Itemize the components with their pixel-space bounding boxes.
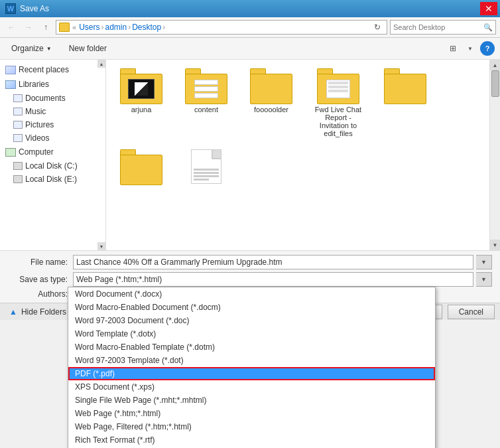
save-type-input-wrap: ▼ [73, 272, 492, 287]
dropdown-item-docx[interactable]: Word Document (*.docx) [68, 287, 435, 301]
organize-chevron-icon: ▼ [46, 46, 52, 52]
save-type-row: Save as type: ▼ Word Document (*.docx) W… [8, 272, 492, 287]
dropdown-item-htm[interactable]: Web Page (*.htm;*.html) [68, 407, 435, 420]
new-folder-button[interactable]: New folder [63, 40, 113, 56]
organize-button[interactable]: Organize ▼ [5, 40, 58, 56]
doc-file-icon [191, 149, 221, 184]
computer-icon [5, 148, 16, 157]
sidebar-scroll-up[interactable]: ▲ [97, 60, 105, 68]
scroll-down-button[interactable]: ▼ [490, 240, 501, 250]
sidebar-item-videos[interactable]: Videos [0, 131, 105, 145]
refresh-button[interactable]: ↻ [371, 21, 384, 34]
up-button[interactable]: ↑ [38, 20, 53, 35]
address-separator: « [72, 23, 76, 31]
sidebar-item-documents[interactable]: Documents [0, 92, 105, 105]
file-label-arjuna: arjuna [131, 106, 152, 113]
dialog-title: Save As [20, 4, 49, 13]
file-item-content[interactable]: content [176, 65, 236, 141]
music-icon [13, 108, 23, 115]
address-bar[interactable]: « Users › admin › Desktop › ↻ [56, 20, 387, 35]
computer-label: Computer [19, 147, 54, 157]
dropdown-item-rtf[interactable]: Rich Text Format (*.rtf) [68, 433, 435, 447]
file-label-fwd: Fwd Live Chat Report - Invitation to edi… [310, 106, 367, 137]
breadcrumb-desktop[interactable]: Desktop [132, 23, 161, 32]
dropdown-item-dot[interactable]: Word 97-2003 Template (*.dot) [68, 354, 435, 367]
file-label-content: content [194, 106, 218, 113]
file-grid-scrollbar: ▲ ▼ [489, 60, 500, 250]
action-bar-right: ⊞ ▼ ? [446, 41, 495, 56]
file-item-arjuna[interactable]: arjuna [111, 65, 171, 141]
search-box[interactable]: 🔍 [390, 20, 496, 35]
sidebar-item-local-e[interactable]: Local Disk (E:) [0, 173, 105, 186]
music-label: Music [25, 107, 46, 116]
search-icon: 🔍 [483, 23, 493, 32]
videos-label: Videos [25, 133, 49, 143]
sidebar-item-local-c[interactable]: Local Disk (C:) [0, 159, 105, 173]
sidebar-scroll-down[interactable]: ▼ [97, 242, 105, 250]
help-button[interactable]: ? [480, 41, 495, 56]
folder-fwd-icon [317, 68, 359, 104]
folder-arjuna-icon [120, 68, 162, 104]
sidebar: ▲ Recent places Libraries Documents Musi… [0, 60, 106, 250]
view-dropdown-button[interactable]: ▼ [463, 41, 477, 56]
libraries-icon [5, 80, 16, 89]
dropdown-item-mhtml[interactable]: Single File Web Page (*.mht;*.mhtml) [68, 394, 435, 407]
action-bar-left: Organize ▼ New folder [5, 40, 113, 56]
sidebar-item-music[interactable]: Music [0, 105, 105, 118]
breadcrumb-admin[interactable]: admin [105, 23, 127, 32]
main-area: ▲ Recent places Libraries Documents Musi… [0, 60, 500, 250]
view-button[interactable]: ⊞ [446, 41, 460, 56]
pictures-label: Pictures [25, 120, 54, 129]
save-type-dropdown[interactable]: ▼ [476, 272, 492, 287]
file-item-doc[interactable] [176, 146, 236, 190]
pictures-icon [13, 121, 23, 129]
forward-button[interactable]: → [21, 20, 36, 35]
folder-2-icon [384, 68, 426, 104]
file-name-dropdown[interactable]: ▼ [476, 255, 492, 269]
cancel-button[interactable]: Cancel [448, 305, 495, 319]
local-disk-c-label: Local Disk (C:) [25, 161, 78, 171]
documents-icon [13, 94, 23, 102]
save-as-type-label: Save as type: [8, 275, 68, 284]
folder-icon [59, 23, 70, 32]
dropdown-item-docm[interactable]: Word Macro-Enabled Document (*.docm) [68, 301, 435, 314]
sidebar-computer[interactable]: Computer [0, 145, 105, 159]
file-name-row: File name: ▼ [8, 255, 492, 269]
scroll-thumb[interactable] [491, 70, 499, 97]
file-label-fooooolder: fooooolder [254, 106, 288, 113]
local-disk-e-label: Local Disk (E:) [25, 175, 77, 184]
dropdown-item-xps[interactable]: XPS Document (*.xps) [68, 380, 435, 394]
file-name-input-wrap: ▼ [73, 255, 492, 269]
back-button[interactable]: ← [4, 20, 19, 35]
action-bar: Organize ▼ New folder ⊞ ▼ ? [0, 38, 500, 60]
dropdown-item-dotx[interactable]: Word Template (*.dotx) [68, 327, 435, 340]
file-item-fooooolder[interactable]: fooooolder [241, 65, 301, 141]
libraries-label: Libraries [19, 80, 49, 89]
folder-fooooolder-icon [250, 68, 292, 104]
file-item-folder2[interactable] [375, 65, 435, 141]
authors-label: Authors: [8, 289, 68, 299]
save-type-input[interactable] [73, 272, 473, 287]
chevron-up-icon: ▲ [9, 307, 17, 317]
sidebar-libraries[interactable]: Libraries [0, 77, 105, 92]
close-button[interactable]: ✕ [480, 2, 497, 15]
breadcrumb-users[interactable]: Users [79, 23, 99, 32]
dropdown-item-htm-filtered[interactable]: Web Page, Filtered (*.htm;*.html) [68, 420, 435, 433]
title-bar-left: W Save As [5, 3, 49, 14]
sidebar-item-pictures[interactable]: Pictures [0, 118, 105, 131]
file-item-folder3[interactable] [111, 146, 171, 190]
save-type-dropdown-menu: Word Document (*.docx) Word Macro-Enable… [68, 287, 436, 448]
dropdown-item-doc[interactable]: Word 97-2003 Document (*.doc) [68, 314, 435, 327]
breadcrumb: Users › admin › Desktop › [79, 23, 368, 32]
dropdown-item-pdf[interactable]: PDF (*.pdf) [68, 367, 435, 380]
file-name-input[interactable] [73, 255, 473, 269]
search-input[interactable] [393, 23, 483, 31]
sidebar-recent-places[interactable]: Recent places [0, 62, 105, 77]
hide-folders-button[interactable]: ▲ Hide Folders [5, 306, 70, 318]
dropdown-item-dotm[interactable]: Word Macro-Enabled Template (*.dotm) [68, 340, 435, 354]
title-bar: W Save As ✕ [0, 0, 500, 17]
scroll-track [490, 70, 500, 240]
word-icon: W [5, 3, 16, 14]
file-item-fwd[interactable]: Fwd Live Chat Report - Invitation to edi… [306, 65, 370, 141]
scroll-up-button[interactable]: ▲ [490, 60, 501, 70]
